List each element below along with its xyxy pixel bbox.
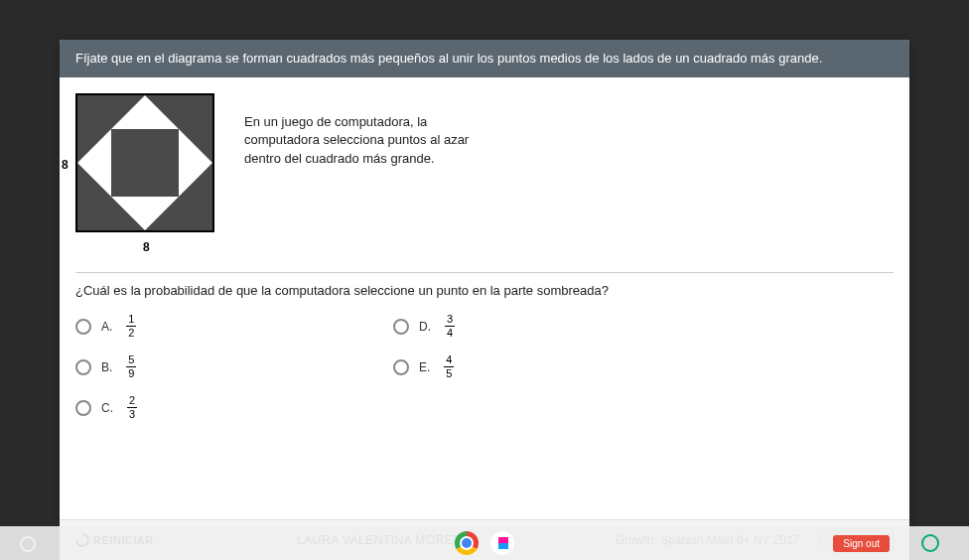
signout-button[interactable]: Sign out bbox=[833, 535, 890, 552]
answer-letter: E. bbox=[419, 360, 430, 374]
instruction-bar: Fíjate que en el diagrama se forman cuad… bbox=[60, 40, 909, 77]
radio-icon bbox=[75, 319, 91, 335]
power-icon[interactable] bbox=[921, 534, 939, 552]
answer-grid: A. 1 2 D. 3 4 B. 5 9 bbox=[75, 310, 671, 424]
fraction-denominator: 4 bbox=[447, 327, 453, 339]
answer-letter: B. bbox=[101, 360, 112, 374]
answer-option-a[interactable]: A. 1 2 bbox=[75, 310, 353, 343]
chrome-icon[interactable] bbox=[455, 531, 479, 555]
divider bbox=[75, 272, 894, 273]
radio-icon bbox=[75, 359, 91, 375]
answer-letter: D. bbox=[419, 320, 431, 334]
taskbar: Sign out bbox=[0, 526, 969, 560]
fraction: 5 9 bbox=[126, 354, 136, 379]
problem-description: En un juego de computadora, la computado… bbox=[244, 113, 502, 168]
answer-option-c[interactable]: C. 2 3 bbox=[75, 391, 353, 424]
side-label-left: 8 bbox=[62, 158, 69, 172]
radio-icon bbox=[393, 359, 409, 375]
answer-letter: C. bbox=[101, 401, 113, 415]
fraction-numerator: 1 bbox=[126, 314, 136, 327]
fraction-denominator: 9 bbox=[128, 367, 134, 379]
svg-rect-2 bbox=[111, 129, 179, 197]
answer-option-b[interactable]: B. 5 9 bbox=[75, 350, 353, 383]
problem-row: 8 8 En un juego de computadora, la compu… bbox=[75, 93, 894, 252]
fraction-numerator: 3 bbox=[445, 314, 455, 327]
radio-icon bbox=[75, 400, 91, 416]
fraction-numerator: 2 bbox=[127, 395, 137, 408]
question-panel: Fíjate que en el diagrama se forman cuad… bbox=[60, 40, 909, 560]
question-prompt: ¿Cuál es la probabilidad de que la compu… bbox=[75, 283, 894, 298]
fraction-numerator: 5 bbox=[126, 354, 136, 367]
fraction: 1 2 bbox=[126, 314, 136, 339]
fraction: 4 5 bbox=[444, 354, 454, 379]
fraction: 3 4 bbox=[445, 314, 455, 339]
fraction-denominator: 3 bbox=[129, 408, 135, 420]
side-label-bottom: 8 bbox=[143, 240, 150, 254]
fraction: 2 3 bbox=[127, 395, 137, 420]
diagram-svg bbox=[75, 93, 214, 232]
answer-option-e[interactable]: E. 4 5 bbox=[393, 350, 671, 383]
content-area: 8 8 En un juego de computadora, la compu… bbox=[60, 77, 909, 519]
fraction-denominator: 2 bbox=[128, 327, 134, 339]
answer-letter: A. bbox=[101, 320, 112, 334]
fraction-denominator: 5 bbox=[446, 367, 452, 379]
fraction-numerator: 4 bbox=[444, 354, 454, 367]
answer-option-d[interactable]: D. 3 4 bbox=[393, 310, 671, 343]
play-store-icon[interactable] bbox=[490, 531, 514, 555]
square-diagram: 8 8 bbox=[75, 93, 224, 252]
radio-icon bbox=[393, 319, 409, 335]
